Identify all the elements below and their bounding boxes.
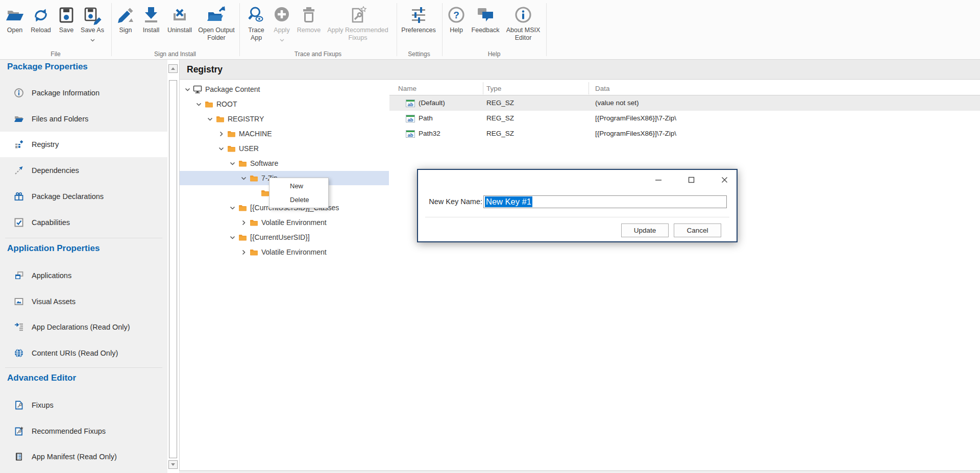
chevron-down-icon[interactable]: [229, 205, 236, 211]
cancel-button[interactable]: Cancel: [674, 223, 721, 237]
trace-app-button[interactable]: Trace App: [243, 4, 270, 42]
chevron-down-icon[interactable]: [229, 234, 236, 240]
tree-item-currentusersid[interactable]: [{CurrentUserSID}]: [180, 230, 389, 244]
ribbon-separator: [397, 3, 397, 56]
chevron-down-icon[interactable]: [240, 175, 248, 181]
chevron-right-icon[interactable]: [217, 131, 225, 137]
context-menu-item-new[interactable]: New: [270, 179, 328, 193]
chevron-down-icon[interactable]: [217, 145, 225, 152]
sidebar-item-label: Dependencies: [32, 166, 79, 175]
open-output-folder-button[interactable]: Open Output Folder: [193, 4, 240, 42]
minimize-icon: [655, 176, 662, 183]
sidebar-item-package-declarations[interactable]: Package Declarations: [0, 184, 167, 209]
minimize-button[interactable]: [652, 174, 665, 185]
save-as-button[interactable]: Save As: [77, 4, 108, 38]
chevron-down-icon[interactable]: [195, 101, 203, 107]
sliders-icon: [408, 4, 429, 27]
sidebar-item-content-uris[interactable]: Content URIs (Read Only): [0, 340, 167, 366]
sidebar-item-dependencies[interactable]: Dependencies: [0, 158, 167, 183]
tree-item-machine[interactable]: MACHINE: [180, 127, 389, 141]
column-header-data[interactable]: Data: [595, 82, 610, 95]
tree-item-software[interactable]: Software: [180, 156, 389, 170]
chevron-up-icon: [171, 67, 175, 70]
sidebar-item-label: Registry: [32, 140, 59, 148]
maximize-button[interactable]: [685, 174, 697, 185]
sidebar-item-app-declarations[interactable]: App Declarations (Read Only): [0, 314, 167, 340]
help-button[interactable]: ? Help: [446, 4, 467, 34]
context-menu-item-delete[interactable]: Delete: [270, 193, 328, 207]
tree-item-root[interactable]: ROOT: [180, 97, 389, 111]
feedback-button[interactable]: Feedback: [469, 4, 502, 34]
sidebar-item-label: Recommended Fixups: [32, 427, 106, 435]
sidebar-item-fixups[interactable]: Fixups: [0, 392, 167, 418]
button-label: About MSIX Editor: [502, 27, 545, 42]
sign-button[interactable]: Sign: [114, 4, 137, 34]
sidebar-item-label: Package Information: [32, 89, 100, 97]
sidebar-item-label: App Declarations (Read Only): [32, 323, 130, 331]
table-row[interactable]: ab Path REG_SZ [{ProgramFilesX86}]\7-Zip…: [389, 111, 980, 126]
button-label: Feedback: [472, 27, 500, 34]
reload-button[interactable]: Reload: [27, 4, 55, 34]
tree-item-registry[interactable]: REGISTRY: [180, 112, 389, 126]
save-button[interactable]: Save: [55, 4, 78, 34]
install-button[interactable]: Install: [138, 4, 164, 34]
tree-item-user[interactable]: USER: [180, 141, 389, 156]
folder-icon: [238, 234, 247, 241]
table-row[interactable]: ab Path32 REG_SZ [{ProgramFilesX86}]\7-Z…: [389, 126, 980, 141]
apply-recommended-fixups-button[interactable]: Apply Recommended Fixups: [320, 4, 396, 42]
column-header-type[interactable]: Type: [486, 82, 501, 95]
sidebar-item-label: App Manifest (Read Only): [32, 453, 117, 461]
sidebar-item-capabilities[interactable]: Capabilities: [0, 210, 167, 235]
tree-item-volatile-environment[interactable]: Volatile Environment: [180, 245, 389, 259]
tree-item-label: USER: [239, 144, 259, 153]
uninstall-button[interactable]: Uninstall: [163, 4, 197, 34]
scroll-down-button[interactable]: [168, 460, 178, 469]
chevron-down-icon[interactable]: [206, 116, 214, 122]
sidebar-item-label: Package Declarations: [32, 192, 104, 201]
update-button[interactable]: Update: [621, 223, 669, 237]
apply-button[interactable]: Apply: [270, 4, 294, 38]
sidebar-item-registry[interactable]: Registry: [0, 132, 167, 157]
string-value-icon: ab: [406, 99, 415, 107]
scrollbar-thumb[interactable]: [169, 80, 177, 458]
chevron-right-icon[interactable]: [240, 249, 248, 255]
apply-plus-icon: [272, 4, 292, 27]
new-key-name-input[interactable]: New Key #1: [483, 195, 727, 208]
folder-icon: [249, 248, 258, 256]
about-msix-editor-button[interactable]: About MSIX Editor: [502, 4, 545, 42]
ribbon-group-label-file: File: [20, 51, 91, 58]
feedback-bubbles-icon: [475, 4, 496, 27]
chevron-down-icon[interactable]: [229, 160, 236, 166]
folder-icon: [249, 219, 258, 227]
ribbon-separator: [239, 3, 240, 56]
cell-data: (value not set): [595, 95, 639, 111]
ribbon-separator: [111, 3, 112, 56]
content-scrollbar[interactable]: [167, 60, 180, 473]
folder-icon: [227, 130, 236, 138]
ribbon-group-label-help: Help: [458, 51, 530, 58]
column-header-name[interactable]: Name: [398, 82, 416, 95]
sidebar-heading-application-properties: Application Properties: [7, 243, 100, 256]
sidebar-item-recommended-fixups[interactable]: Recommended Fixups: [0, 418, 167, 444]
close-button[interactable]: [718, 174, 730, 185]
folder-icon: [215, 115, 225, 123]
cell-name: (Default): [419, 95, 445, 111]
manifest-icon: [14, 452, 24, 462]
sidebar-divider: [5, 238, 162, 238]
open-button[interactable]: Open: [2, 4, 28, 34]
windows-icon: [14, 270, 24, 281]
chevron-down-icon: [171, 463, 175, 466]
sidebar-item-visual-assets[interactable]: Visual Assets: [0, 289, 167, 314]
tree-item-volatile-environment[interactable]: Volatile Environment: [180, 215, 389, 230]
preferences-button[interactable]: Preferences: [398, 4, 439, 34]
sidebar-item-app-manifest[interactable]: App Manifest (Read Only): [0, 444, 167, 469]
table-row[interactable]: ab (Default) REG_SZ (value not set): [389, 95, 980, 111]
chevron-right-icon[interactable]: [240, 219, 248, 226]
chevron-down-icon[interactable]: [184, 86, 191, 92]
sidebar-item-applications[interactable]: Applications: [0, 263, 167, 288]
sidebar-item-package-information[interactable]: Package Information: [0, 80, 167, 106]
folder-icon: [238, 204, 247, 212]
sidebar-item-files-and-folders[interactable]: Files and Folders: [0, 106, 167, 132]
scroll-up-button[interactable]: [168, 64, 178, 73]
tree-item-package-content[interactable]: Package Content: [180, 82, 389, 96]
